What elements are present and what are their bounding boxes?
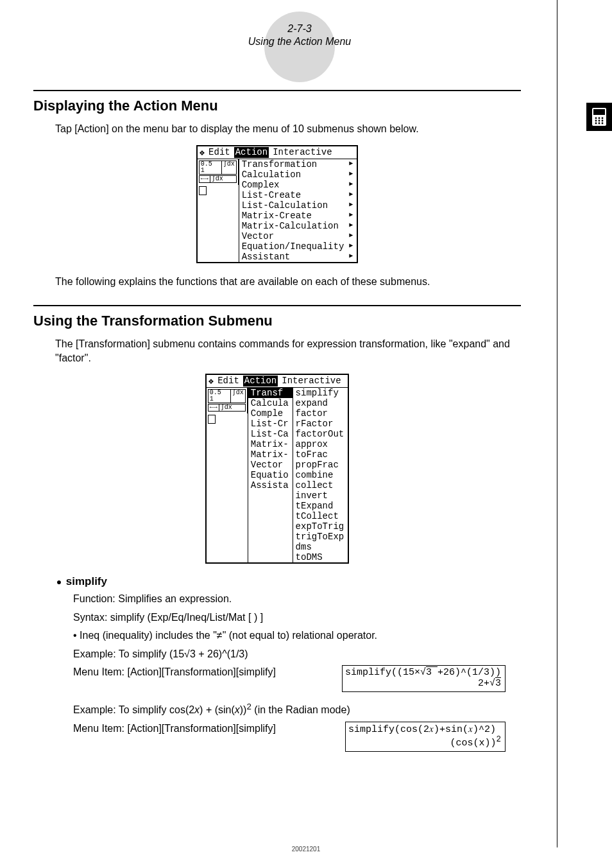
- svg-point-2: [595, 117, 597, 119]
- svg-point-9: [599, 123, 600, 125]
- calculator-screenshot-transformation-submenu: ❖ Edit Action Interactive 0.5 1∫dx ←→∫dx: [205, 374, 349, 564]
- calc-workarea: [198, 185, 221, 196]
- action-dropdown-menu: Transformation▶ Calculation▶ Complex▶ Li…: [239, 159, 357, 262]
- calc-toolbar: 0.5 1∫dx ←→∫dx: [207, 388, 248, 413]
- menu-item-path: Menu Item: [Action][Transformation][simp…: [73, 665, 342, 679]
- menu-interactive: Interactive: [273, 147, 332, 158]
- menu-interactive: Interactive: [282, 376, 341, 386]
- svg-point-10: [602, 123, 604, 125]
- ineq-note: • Ineq (inequality) includes the "≠" (no…: [73, 629, 521, 643]
- body-text: Tap [Action] on the menu bar to display …: [55, 122, 521, 136]
- function-description: Function: Simplifies an expression.: [73, 592, 521, 606]
- svg-point-6: [599, 120, 600, 122]
- result-box-example-1: simplify((15×√3 +26)^(1/3)) 2+√3: [342, 665, 506, 692]
- side-tab-icon: [586, 103, 612, 131]
- menu-edit: Edit: [208, 147, 230, 158]
- section-heading: Using the Transformation Submenu: [33, 313, 521, 329]
- svg-point-7: [602, 120, 604, 122]
- dropdown-icon: ❖: [200, 147, 205, 158]
- menu-edit: Edit: [217, 376, 239, 386]
- body-text: The [Transformation] submenu contains co…: [55, 337, 521, 365]
- section-heading: Displaying the Action Menu: [33, 98, 521, 114]
- footer-code: 20021201: [0, 846, 612, 853]
- svg-point-4: [602, 117, 604, 119]
- dropdown-icon: ❖: [208, 376, 214, 386]
- calc-workarea: [207, 413, 230, 425]
- menu-action: Action: [243, 376, 278, 386]
- calculator-screenshot-action-menu: ❖ Edit Action Interactive 0.5 1∫dx ←→∫dx: [196, 145, 359, 263]
- page-subtitle: Using the Action Menu: [33, 35, 566, 48]
- menu-item-path: Menu Item: [Action][Transformation][simp…: [73, 722, 345, 736]
- command-heading-simplify: ● simplify: [55, 575, 521, 588]
- svg-point-8: [595, 123, 597, 125]
- svg-point-5: [595, 120, 597, 122]
- example-2: Example: To simplify cos(2x) + (sin(x))2…: [73, 701, 521, 718]
- syntax-line: Syntax: simplify (Exp/Eq/Ineq/List/Mat […: [73, 611, 521, 625]
- result-box-example-2: simplify(cos(2𝑥)+sin(𝑥)^2) (cos(x))2: [345, 722, 506, 752]
- transformation-submenu: simplify expand factor rFactor factorOut…: [293, 388, 348, 562]
- example-1: Example: To simplify (15√3 + 26)^(1/3): [73, 647, 521, 661]
- menu-action: Action: [234, 147, 269, 158]
- body-text: The following explains the functions tha…: [55, 275, 521, 289]
- calc-toolbar: 0.5 1∫dx ←→∫dx: [198, 159, 239, 185]
- svg-rect-1: [593, 109, 605, 115]
- action-dropdown-menu-trunc: Transf Calcula Comple List-Cr List-Ca Ma…: [248, 388, 293, 562]
- page-number: 2-7-3: [33, 19, 566, 35]
- svg-point-3: [599, 117, 600, 119]
